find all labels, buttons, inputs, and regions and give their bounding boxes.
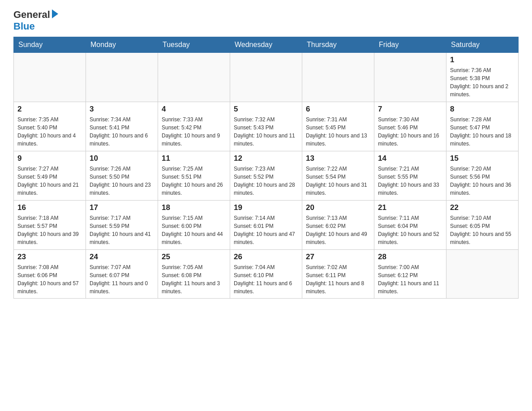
- day-info: Sunrise: 7:33 AMSunset: 5:42 PMDaylight:…: [162, 116, 226, 148]
- day-info: Sunrise: 7:10 AMSunset: 6:05 PMDaylight:…: [450, 214, 515, 246]
- day-info: Sunrise: 7:32 AMSunset: 5:43 PMDaylight:…: [234, 116, 298, 148]
- day-info: Sunrise: 7:00 AMSunset: 6:12 PMDaylight:…: [378, 263, 442, 295]
- calendar-header-row: SundayMondayTuesdayWednesdayThursdayFrid…: [14, 37, 519, 53]
- day-number: 8: [450, 105, 515, 114]
- day-number: 19: [234, 203, 298, 212]
- day-info: Sunrise: 7:35 AMSunset: 5:40 PMDaylight:…: [17, 116, 82, 148]
- day-info: Sunrise: 7:28 AMSunset: 5:47 PMDaylight:…: [450, 116, 515, 148]
- day-number: 23: [17, 253, 82, 261]
- day-info: Sunrise: 7:07 AMSunset: 6:07 PMDaylight:…: [90, 263, 154, 295]
- calendar-cell: 24Sunrise: 7:07 AMSunset: 6:07 PMDayligh…: [86, 250, 158, 299]
- calendar-cell: [374, 53, 446, 102]
- day-info: Sunrise: 7:26 AMSunset: 5:50 PMDaylight:…: [90, 165, 154, 197]
- calendar-cell: [158, 53, 230, 102]
- calendar-week-row: 9Sunrise: 7:27 AMSunset: 5:49 PMDaylight…: [14, 151, 519, 201]
- calendar-cell: 10Sunrise: 7:26 AMSunset: 5:50 PMDayligh…: [86, 151, 158, 201]
- day-number: 26: [234, 253, 298, 261]
- day-info: Sunrise: 7:05 AMSunset: 6:08 PMDaylight:…: [162, 263, 226, 295]
- day-number: 6: [306, 105, 370, 114]
- day-number: 18: [162, 203, 226, 212]
- calendar-cell: 9Sunrise: 7:27 AMSunset: 5:49 PMDaylight…: [14, 151, 86, 201]
- weekday-header-thursday: Thursday: [302, 37, 374, 53]
- day-info: Sunrise: 7:25 AMSunset: 5:51 PMDaylight:…: [162, 165, 226, 197]
- day-info: Sunrise: 7:11 AMSunset: 6:04 PMDaylight:…: [378, 214, 442, 246]
- calendar-cell: 27Sunrise: 7:02 AMSunset: 6:11 PMDayligh…: [302, 250, 374, 299]
- day-info: Sunrise: 7:22 AMSunset: 5:54 PMDaylight:…: [306, 165, 370, 197]
- day-info: Sunrise: 7:27 AMSunset: 5:49 PMDaylight:…: [17, 165, 82, 197]
- weekday-header-saturday: Saturday: [446, 37, 519, 53]
- day-number: 11: [162, 154, 226, 163]
- calendar-cell: 28Sunrise: 7:00 AMSunset: 6:12 PMDayligh…: [374, 250, 446, 299]
- day-info: Sunrise: 7:13 AMSunset: 6:02 PMDaylight:…: [306, 214, 370, 246]
- day-number: 5: [234, 105, 298, 114]
- calendar-cell: 3Sunrise: 7:34 AMSunset: 5:41 PMDaylight…: [86, 102, 158, 151]
- day-info: Sunrise: 7:04 AMSunset: 6:10 PMDaylight:…: [234, 263, 298, 295]
- calendar-cell: 18Sunrise: 7:15 AMSunset: 6:00 PMDayligh…: [158, 201, 230, 250]
- day-info: Sunrise: 7:21 AMSunset: 5:55 PMDaylight:…: [378, 165, 442, 197]
- calendar-cell: 5Sunrise: 7:32 AMSunset: 5:43 PMDaylight…: [230, 102, 302, 151]
- weekday-header-wednesday: Wednesday: [230, 37, 302, 53]
- weekday-header-sunday: Sunday: [14, 37, 86, 53]
- calendar-cell: 8Sunrise: 7:28 AMSunset: 5:47 PMDaylight…: [446, 102, 519, 151]
- day-number: 24: [90, 253, 154, 261]
- day-info: Sunrise: 7:08 AMSunset: 6:06 PMDaylight:…: [17, 263, 82, 295]
- calendar-cell: [86, 53, 158, 102]
- calendar-cell: 26Sunrise: 7:04 AMSunset: 6:10 PMDayligh…: [230, 250, 302, 299]
- day-info: Sunrise: 7:20 AMSunset: 5:56 PMDaylight:…: [450, 165, 515, 197]
- day-info: Sunrise: 7:15 AMSunset: 6:00 PMDaylight:…: [162, 214, 226, 246]
- day-info: Sunrise: 7:31 AMSunset: 5:45 PMDaylight:…: [306, 116, 370, 148]
- day-number: 4: [162, 105, 226, 114]
- calendar-cell: 13Sunrise: 7:22 AMSunset: 5:54 PMDayligh…: [302, 151, 374, 201]
- weekday-header-tuesday: Tuesday: [158, 37, 230, 53]
- calendar-cell: [446, 250, 519, 299]
- day-number: 27: [306, 253, 370, 261]
- calendar-cell: 7Sunrise: 7:30 AMSunset: 5:46 PMDaylight…: [374, 102, 446, 151]
- day-number: 13: [306, 154, 370, 163]
- day-number: 15: [450, 154, 515, 163]
- calendar-cell: [14, 53, 86, 102]
- calendar-cell: [230, 53, 302, 102]
- day-number: 7: [378, 105, 442, 114]
- day-info: Sunrise: 7:18 AMSunset: 5:57 PMDaylight:…: [17, 214, 82, 246]
- weekday-header-friday: Friday: [374, 37, 446, 53]
- calendar-cell: 1Sunrise: 7:36 AMSunset: 5:38 PMDaylight…: [446, 53, 519, 102]
- calendar-cell: 11Sunrise: 7:25 AMSunset: 5:51 PMDayligh…: [158, 151, 230, 201]
- calendar-cell: 21Sunrise: 7:11 AMSunset: 6:04 PMDayligh…: [374, 201, 446, 250]
- calendar-cell: 22Sunrise: 7:10 AMSunset: 6:05 PMDayligh…: [446, 201, 519, 250]
- day-number: 25: [162, 253, 226, 261]
- logo: General Blue: [13, 9, 58, 32]
- logo-general-text: General: [13, 9, 50, 21]
- calendar-cell: 19Sunrise: 7:14 AMSunset: 6:01 PMDayligh…: [230, 201, 302, 250]
- calendar-cell: 17Sunrise: 7:17 AMSunset: 5:59 PMDayligh…: [86, 201, 158, 250]
- day-info: Sunrise: 7:36 AMSunset: 5:38 PMDaylight:…: [450, 66, 515, 98]
- day-number: 21: [378, 203, 442, 212]
- calendar-cell: 20Sunrise: 7:13 AMSunset: 6:02 PMDayligh…: [302, 201, 374, 250]
- day-number: 9: [17, 154, 82, 163]
- logo-blue-text: Blue: [13, 21, 35, 32]
- day-info: Sunrise: 7:02 AMSunset: 6:11 PMDaylight:…: [306, 263, 370, 295]
- day-info: Sunrise: 7:17 AMSunset: 5:59 PMDaylight:…: [90, 214, 154, 246]
- day-number: 10: [90, 154, 154, 163]
- day-number: 2: [17, 105, 82, 114]
- calendar-cell: 2Sunrise: 7:35 AMSunset: 5:40 PMDaylight…: [14, 102, 86, 151]
- calendar-cell: 6Sunrise: 7:31 AMSunset: 5:45 PMDaylight…: [302, 102, 374, 151]
- day-number: 16: [17, 203, 82, 212]
- calendar-cell: 14Sunrise: 7:21 AMSunset: 5:55 PMDayligh…: [374, 151, 446, 201]
- day-info: Sunrise: 7:14 AMSunset: 6:01 PMDaylight:…: [234, 214, 298, 246]
- day-number: 3: [90, 105, 154, 114]
- day-number: 28: [378, 253, 442, 261]
- day-number: 22: [450, 203, 515, 212]
- day-info: Sunrise: 7:23 AMSunset: 5:52 PMDaylight:…: [234, 165, 298, 197]
- day-info: Sunrise: 7:30 AMSunset: 5:46 PMDaylight:…: [378, 116, 442, 148]
- calendar-week-row: 16Sunrise: 7:18 AMSunset: 5:57 PMDayligh…: [14, 201, 519, 250]
- day-number: 20: [306, 203, 370, 212]
- calendar-week-row: 1Sunrise: 7:36 AMSunset: 5:38 PMDaylight…: [14, 53, 519, 102]
- weekday-header-monday: Monday: [86, 37, 158, 53]
- day-number: 12: [234, 154, 298, 163]
- calendar-cell: 23Sunrise: 7:08 AMSunset: 6:06 PMDayligh…: [14, 250, 86, 299]
- day-number: 1: [450, 56, 515, 64]
- calendar-week-row: 23Sunrise: 7:08 AMSunset: 6:06 PMDayligh…: [14, 250, 519, 299]
- day-number: 17: [90, 203, 154, 212]
- calendar-cell: 25Sunrise: 7:05 AMSunset: 6:08 PMDayligh…: [158, 250, 230, 299]
- calendar-table: SundayMondayTuesdayWednesdayThursdayFrid…: [13, 37, 519, 299]
